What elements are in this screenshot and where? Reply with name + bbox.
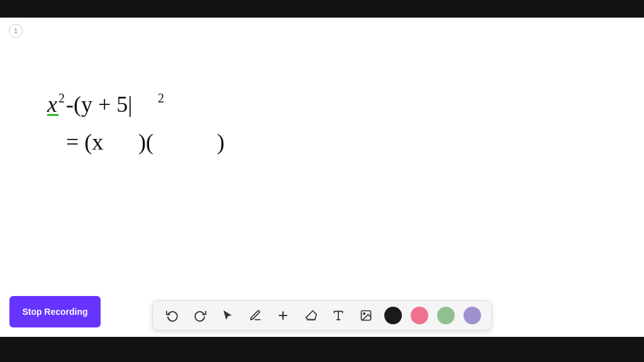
plus-icon — [277, 309, 289, 322]
image-icon — [360, 309, 372, 322]
svg-text:): ) — [217, 129, 225, 155]
add-button[interactable] — [274, 306, 292, 325]
pen-icon — [249, 309, 262, 322]
text-button[interactable] — [329, 306, 348, 325]
canvas-area: 1 x 2 -(y + 5| 2 = (x )( ) — [0, 18, 644, 337]
math-content: x 2 -(y + 5| 2 = (x )( ) — [35, 77, 324, 178]
redo-button[interactable] — [191, 306, 209, 325]
undo-icon — [166, 309, 179, 322]
redo-icon — [194, 309, 206, 322]
svg-text:2: 2 — [158, 91, 164, 105]
color-pink-button[interactable] — [411, 307, 428, 324]
svg-text:= (x: = (x — [66, 129, 103, 155]
color-green-button[interactable] — [437, 307, 455, 324]
toolbar — [152, 300, 492, 331]
top-bar — [0, 0, 644, 18]
bottom-bar — [0, 337, 644, 362]
pen-button[interactable] — [246, 306, 265, 325]
text-icon — [332, 309, 345, 322]
color-purple-button[interactable] — [464, 307, 481, 324]
image-button[interactable] — [357, 306, 375, 325]
svg-text:)(: )( — [138, 129, 153, 155]
color-black-button[interactable] — [384, 307, 402, 324]
undo-button[interactable] — [163, 306, 182, 325]
svg-point-14 — [364, 313, 365, 315]
svg-text:2: 2 — [58, 91, 65, 105]
page-number: 1 — [9, 24, 23, 38]
eraser-button[interactable] — [301, 306, 320, 325]
stop-recording-button[interactable]: Stop Recording — [9, 296, 101, 327]
svg-text:-(y + 5|: -(y + 5| — [66, 92, 133, 117]
select-icon — [221, 309, 234, 322]
select-button[interactable] — [218, 306, 237, 325]
svg-text:x: x — [47, 92, 57, 117]
eraser-icon — [304, 309, 317, 322]
